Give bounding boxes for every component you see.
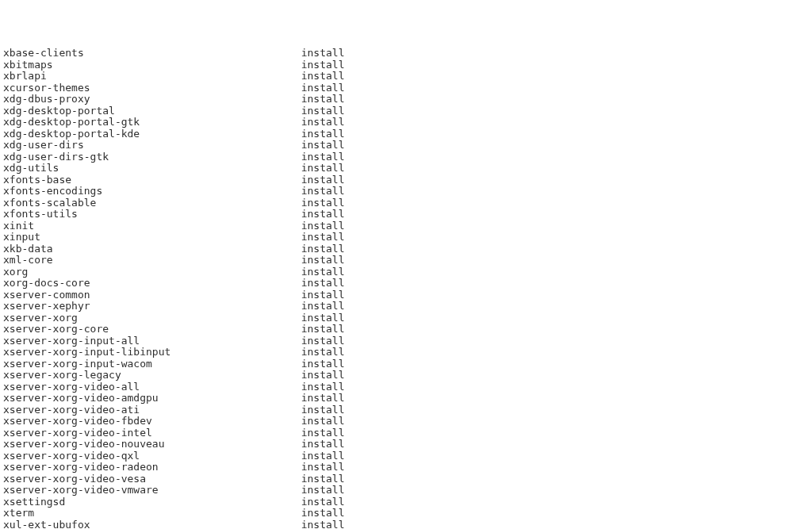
package-row: xcursor-themes install: [3, 82, 809, 94]
package-row: xserver-xorg-video-nouveau install: [3, 439, 809, 450]
package-row: xterm install: [3, 508, 809, 519]
package-row: xserver-common install: [3, 289, 809, 301]
package-row: xserver-xorg-input-all install: [3, 335, 809, 347]
package-row: xbase-clients install: [3, 48, 809, 59]
package-row: xdg-desktop-portal-gtk install: [3, 117, 809, 128]
package-row: xorg-docs-core install: [3, 278, 809, 289]
package-row: xkb-data install: [3, 243, 809, 255]
terminal-output: xbase-clients installxbitmaps installxbr…: [3, 48, 809, 529]
package-row: xsettingsd install: [3, 496, 809, 508]
package-row: xinit install: [3, 220, 809, 232]
package-row: xdg-desktop-portal-kde install: [3, 128, 809, 140]
package-row: xinput install: [3, 232, 809, 243]
package-row: xserver-xorg-input-wacom install: [3, 358, 809, 370]
package-row: xfonts-scalable install: [3, 197, 809, 209]
package-row: xfonts-encodings install: [3, 186, 809, 197]
package-row: xdg-user-dirs install: [3, 140, 809, 151]
package-row: xdg-utils install: [3, 163, 809, 174]
package-row: xdg-user-dirs-gtk install: [3, 151, 809, 163]
package-row: xserver-xorg-input-libinput install: [3, 347, 809, 358]
package-row: xbrlapi install: [3, 71, 809, 82]
package-row: xul-ext-ubufox install: [3, 519, 809, 530]
package-row: xfonts-base install: [3, 174, 809, 186]
package-row: xserver-xorg-video-amdgpu install: [3, 393, 809, 404]
package-row: xdg-desktop-portal install: [3, 105, 809, 117]
package-row: xserver-xorg install: [3, 312, 809, 324]
package-row: xserver-xorg-video-ati install: [3, 404, 809, 416]
package-row: xserver-xorg-video-vmware install: [3, 485, 809, 496]
package-row: xorg install: [3, 266, 809, 278]
package-row: xserver-xephyr install: [3, 301, 809, 312]
package-row: xserver-xorg-video-all install: [3, 381, 809, 393]
package-row: xserver-xorg-video-intel install: [3, 427, 809, 439]
package-row: xserver-xorg-video-vesa install: [3, 473, 809, 485]
package-row: xserver-xorg-legacy install: [3, 370, 809, 381]
package-row: xserver-xorg-core install: [3, 324, 809, 335]
package-row: xdg-dbus-proxy install: [3, 94, 809, 105]
package-row: xml-core install: [3, 255, 809, 266]
package-row: xserver-xorg-video-qxl install: [3, 450, 809, 462]
package-row: xserver-xorg-video-fbdev install: [3, 416, 809, 427]
package-row: xserver-xorg-video-radeon install: [3, 462, 809, 473]
package-row: xfonts-utils install: [3, 209, 809, 220]
package-row: xbitmaps install: [3, 59, 809, 71]
